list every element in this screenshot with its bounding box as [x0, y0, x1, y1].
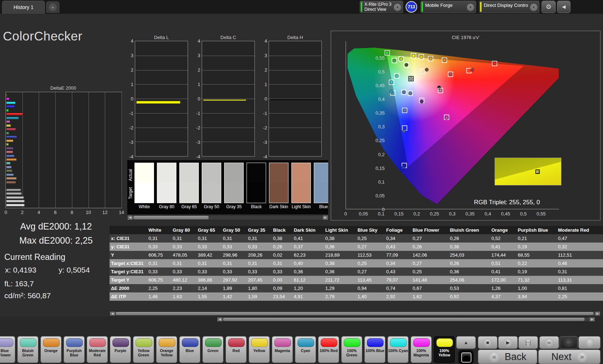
chevron-down-icon[interactable]: ▼: [467, 4, 474, 11]
x-tick-label: 0,2: [414, 211, 420, 217]
patch-color-chip: [136, 338, 152, 347]
blank-button[interactable]: [578, 336, 600, 349]
table-cell: 0,36: [324, 243, 356, 251]
loop-button[interactable]: ∞: [539, 336, 559, 349]
swatch-light-skin[interactable]: [291, 163, 311, 203]
add-tab-button[interactable]: +: [46, 1, 59, 13]
y-tick-label: 0: [258, 96, 267, 102]
scroll-left-icon[interactable]: ◀: [217, 317, 222, 321]
swatch-gray-50[interactable]: [202, 163, 221, 203]
table-cell: 0,33: [247, 243, 271, 251]
patch-button-cyan[interactable]: Cyan: [295, 336, 316, 363]
patch-button-bluish-green[interactable]: Bluish Green: [17, 336, 38, 363]
scrollbar-thumb[interactable]: [133, 216, 209, 219]
table-scrollbar[interactable]: ◀ ▶: [110, 311, 600, 316]
patch-button-moderate-red[interactable]: Moderate Red: [87, 336, 108, 363]
stop-button[interactable]: ■: [478, 336, 497, 349]
patch-button-purplish-blue[interactable]: Purplish Blue: [64, 336, 85, 363]
de2000-bar-moderate-red: [6, 151, 13, 153]
patch-button-100-magenta[interactable]: 100% Magenta: [411, 336, 432, 363]
pattern-window-button[interactable]: [458, 350, 474, 364]
measured-point: [385, 51, 389, 54]
chevron-down-icon[interactable]: ▼: [530, 4, 538, 11]
meter-dropdown[interactable]: X-Rite i1Pro 3 Direct View ▼: [360, 1, 403, 13]
tab-history-1[interactable]: History 1: [2, 1, 45, 14]
measured-point: [393, 59, 396, 62]
patch-button-red[interactable]: Red: [226, 336, 247, 363]
swatch-dark-skin[interactable]: [269, 163, 288, 203]
scrollbar-thumb[interactable]: [223, 318, 585, 321]
patch-button-100-blue[interactable]: 100% Blue: [364, 336, 385, 363]
measured-point: [445, 116, 448, 120]
patch-label: Green: [203, 348, 223, 353]
swatch-gray-65[interactable]: [179, 163, 199, 203]
x-tick-label: 10: [86, 210, 91, 215]
chevron-down-icon[interactable]: ▼: [394, 4, 401, 11]
de2000-bar-100-red: [6, 113, 23, 115]
scroll-up-button[interactable]: ▲: [456, 336, 476, 349]
gridline: [202, 113, 255, 114]
swatch-white[interactable]: [134, 163, 154, 203]
patch-button-blue-flower[interactable]: Blue Flower: [0, 336, 15, 363]
table-cell: 141,48: [411, 276, 448, 284]
y-tick-label: 3: [124, 53, 133, 58]
measurement-table: WhiteGray 80Gray 65Gray 50Gray 35BlackDa…: [110, 226, 603, 311]
patch-strip-scrollbar[interactable]: ◀ ▶: [217, 317, 595, 322]
patch-label: Magenta: [272, 348, 292, 353]
table-cell: 1,42: [222, 292, 247, 301]
table-cell: 0,40: [292, 259, 324, 267]
collapse-panel-button[interactable]: ◀: [557, 1, 570, 13]
patch-button-yellow[interactable]: Yellow: [249, 336, 270, 363]
swatch-gray-80[interactable]: [157, 163, 176, 203]
cie-zoom-inset: [495, 158, 561, 185]
scroll-left-icon[interactable]: ◀: [110, 312, 115, 316]
patch-label: 100% Blue: [365, 348, 385, 353]
top-bar: History 1 + X-Rite i1Pro 3 Direct View ▼…: [0, 0, 603, 14]
workflow-dropdown[interactable]: Direct Display Control ▼: [479, 1, 539, 13]
swatch-black[interactable]: [247, 163, 266, 203]
patch-button-100-red[interactable]: 100% Red: [318, 336, 339, 363]
table-cell: 1,55: [196, 292, 221, 301]
patch-button-orange-yellow[interactable]: Orange Yellow: [156, 336, 177, 363]
chevrons-left-icon: «: [489, 351, 500, 362]
y-tick-label: 2: [191, 67, 200, 73]
patch-button-100-cyan[interactable]: 100% Cyan: [388, 336, 409, 363]
back-button[interactable]: « Back: [478, 350, 537, 364]
scroll-left-icon[interactable]: ◀: [128, 215, 133, 220]
table-cell: 0,25: [356, 234, 385, 243]
swatch-gray-35[interactable]: [224, 163, 244, 203]
scroll-right-icon[interactable]: ▶: [323, 215, 328, 220]
scroll-right-icon[interactable]: ▶: [595, 312, 600, 316]
swatch-actual: [247, 163, 266, 183]
source-dropdown[interactable]: Mobile Forge ▼: [420, 1, 476, 13]
pattern-size-button[interactable]: [−]: [518, 336, 538, 349]
table-cell: 0,38: [271, 234, 292, 243]
patch-button-green[interactable]: Green: [202, 336, 223, 363]
table-cell: 0,33: [147, 267, 171, 276]
sync-button[interactable]: ⟳: [560, 336, 578, 349]
patch-button-purple[interactable]: Purple: [110, 336, 131, 363]
swatch-strip-scrollbar[interactable]: ◀ ▶: [127, 215, 328, 220]
table-cell: 0,31: [171, 259, 196, 267]
patch-label: 100% Yellow: [434, 348, 454, 357]
scroll-right-icon[interactable]: ▶: [590, 317, 595, 321]
patch-button-magenta[interactable]: Magenta: [272, 336, 293, 363]
patch-label: Red: [226, 348, 246, 353]
table-cell: 0,31: [147, 234, 171, 243]
measured-point: [439, 89, 442, 92]
patch-button-100-green[interactable]: 100% Green: [341, 336, 362, 363]
measured-point: [402, 166, 405, 169]
table-cell: 0,19: [516, 243, 556, 251]
patch-button-blue[interactable]: Blue: [179, 336, 200, 363]
play-button[interactable]: ▶: [498, 336, 518, 349]
patch-button-orange[interactable]: Orange: [40, 336, 61, 363]
next-button[interactable]: Next »: [538, 350, 600, 364]
swatch-actual: [180, 163, 198, 183]
y-tick-label: 1: [258, 82, 267, 87]
measured-point: [409, 91, 412, 95]
scrollbar-thumb[interactable]: [116, 312, 594, 315]
swatch-blue[interactable]: [314, 163, 328, 203]
patch-button-100-yellow[interactable]: 100% Yellow: [434, 336, 455, 363]
patch-button-yellow-green[interactable]: Yellow Green: [133, 336, 154, 363]
settings-button[interactable]: ⚙: [542, 1, 556, 13]
